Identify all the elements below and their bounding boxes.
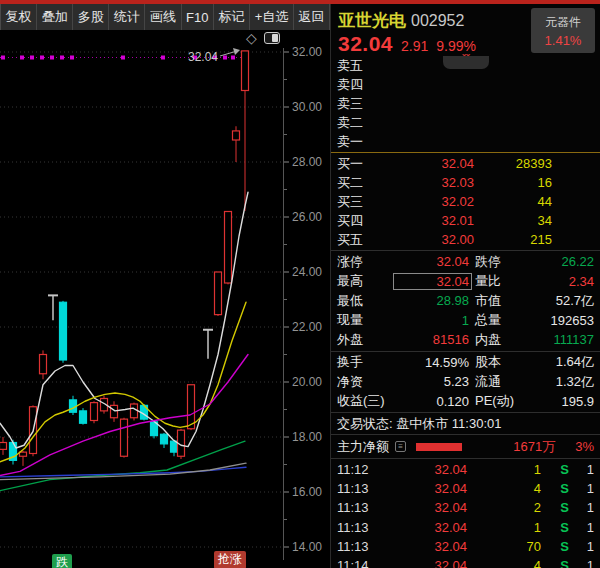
tick-price: 32.04 [377, 558, 467, 568]
tick-time: 11:13 [337, 539, 377, 554]
tick-row: 11:1332.0470S1 [331, 537, 600, 556]
toolbar-item-6[interactable]: 标记 [214, 4, 250, 30]
price-change: 2.91 [401, 38, 428, 54]
tick-list: 11:1232.041S111:1332.044S111:1332.042S11… [331, 460, 600, 568]
tick-count: 1 [569, 481, 594, 496]
stats-block-2: 换手14.59%股本1.64亿净资5.23流通1.32亿收益(三)0.120PE… [331, 353, 600, 412]
stat-label: 市值 [469, 292, 521, 310]
tick-row: 11:1332.042S1 [331, 498, 600, 517]
y-axis-label: 30.00 [292, 100, 322, 114]
y-axis-label: 28.00 [292, 155, 322, 169]
sell-order-list: 卖五卖四卖三卖二卖一 [331, 56, 600, 151]
tick-volume: 4 [467, 481, 541, 496]
y-axis-label: 16.00 [292, 485, 322, 499]
tick-price: 32.04 [377, 462, 467, 477]
toolbar-item-8[interactable]: 返回 [294, 4, 330, 30]
toolbar-item-4[interactable]: 画线 [145, 4, 181, 30]
stat-label: 涨停 [337, 253, 393, 271]
sector-name: 元器件 [545, 14, 581, 31]
toolbar-item-2[interactable]: 多股 [73, 4, 109, 30]
buy-order-row[interactable]: 买一32.0428393 [331, 154, 600, 173]
stat-row: 外盘81516内盘111137 [331, 330, 600, 350]
stat-label: 跌停 [469, 253, 521, 271]
order-volume: 34 [474, 213, 552, 228]
tick-row: 11:1432.044S1 [331, 556, 600, 568]
stat-value: 1.32亿 [521, 373, 594, 391]
sell-order-row[interactable]: 卖二 [331, 113, 600, 132]
tick-price: 32.04 [377, 539, 467, 554]
stat-label: 内盘 [469, 331, 521, 349]
main-flow-pct: 3% [575, 439, 594, 454]
order-label: 卖五 [337, 57, 379, 75]
sell-order-row[interactable]: 卖四 [331, 75, 600, 94]
order-volume: 215 [474, 232, 552, 247]
stock-code: 002952 [411, 12, 464, 29]
y-axis-label: 18.00 [292, 430, 322, 444]
price-annotation: 32.04 [188, 50, 218, 64]
order-price: 32.02 [379, 194, 474, 209]
mid-price-divider [331, 152, 600, 153]
detail-icon[interactable]: ≡ [395, 441, 406, 452]
stat-value: 192653 [521, 313, 594, 328]
order-label: 买五 [337, 231, 379, 249]
kline-chart-canvas[interactable]: 32.0030.0028.0026.0024.0022.0020.0018.00… [0, 30, 330, 568]
toolbar-item-5[interactable]: F10 [182, 4, 215, 30]
toolbar-item-7[interactable]: +自选 [250, 4, 294, 30]
down-badge[interactable]: 跌 [52, 554, 72, 568]
tick-row: 11:1332.044S1 [331, 479, 600, 498]
stat-label: PE(动) [469, 392, 521, 410]
tick-count: 1 [569, 500, 594, 515]
diamond-tool-icon[interactable]: ◇ [246, 31, 257, 45]
stock-app-window: 复权叠加多股统计画线F10标记+自选返回 32.0030.0028.0026.0… [0, 0, 600, 568]
stock-name: 亚世光电 [338, 11, 406, 30]
stat-row: 最高32.04量比2.34 [331, 272, 600, 292]
stat-value: 32.04 [393, 273, 472, 290]
toolbar-item-0[interactable]: 复权 [1, 4, 37, 30]
sell-order-row[interactable]: 卖一 [331, 132, 600, 151]
toolbar: 复权叠加多股统计画线F10标记+自选返回 [0, 4, 330, 30]
order-price: 32.03 [379, 175, 474, 190]
buy-order-row[interactable]: 买五32.00215 [331, 230, 600, 249]
tick-direction: S [541, 481, 569, 496]
main-flow-bar [416, 443, 462, 451]
stat-value: 28.98 [393, 293, 469, 308]
buy-order-row[interactable]: 买二32.0316 [331, 173, 600, 192]
stat-value: 14.59% [393, 355, 469, 370]
tick-count: 1 [569, 558, 594, 568]
order-price: 32.01 [379, 213, 474, 228]
buy-order-row[interactable]: 买三32.0244 [331, 192, 600, 211]
stat-label: 净资 [337, 373, 393, 391]
toolbar-item-3[interactable]: 统计 [109, 4, 145, 30]
panel-toggle-icon[interactable] [264, 32, 280, 44]
collapse-tab[interactable]: ˇˇ [443, 56, 489, 69]
tick-direction: S [541, 500, 569, 515]
stat-value: 111137 [521, 332, 594, 347]
kline-chart[interactable]: 32.0030.0028.0026.0024.0022.0020.0018.00… [0, 30, 330, 568]
ma-white [0, 192, 248, 448]
toolbar-item-1[interactable]: 叠加 [37, 4, 73, 30]
stat-label: 股本 [469, 353, 521, 371]
tick-volume: 70 [467, 539, 541, 554]
tick-row: 11:1332.041S1 [331, 518, 600, 537]
stat-label: 换手 [337, 353, 393, 371]
main-flow-label: 主力净额 [337, 438, 389, 456]
quote-panel: 亚世光电002952 32.042.919.99% 元器件 1.41% ˇˇ 卖… [330, 4, 600, 568]
sell-order-row[interactable]: 卖三 [331, 94, 600, 113]
order-price: 32.04 [379, 156, 474, 171]
tick-time: 11:13 [337, 481, 377, 496]
stat-row: 最低28.98市值52.7亿 [331, 291, 600, 311]
order-label: 买四 [337, 212, 379, 230]
buy-order-row[interactable]: 买四32.0134 [331, 211, 600, 230]
tick-time: 11:13 [337, 520, 377, 535]
stat-value: 32.04 [393, 254, 469, 269]
y-axis-label: 24.00 [292, 265, 322, 279]
stat-row: 涨停32.04跌停26.22 [331, 252, 600, 272]
sector-box[interactable]: 元器件 1.41% [531, 8, 595, 53]
stat-label: 外盘 [337, 331, 393, 349]
tick-direction: S [541, 520, 569, 535]
chart-tools: ◇ [246, 31, 280, 45]
up-badge[interactable]: 抢涨 [214, 551, 246, 568]
tick-volume: 4 [467, 558, 541, 568]
y-axis-label: 14.00 [292, 540, 322, 554]
main-flow-row[interactable]: 主力净额 ≡ 1671万 3% [331, 436, 600, 457]
